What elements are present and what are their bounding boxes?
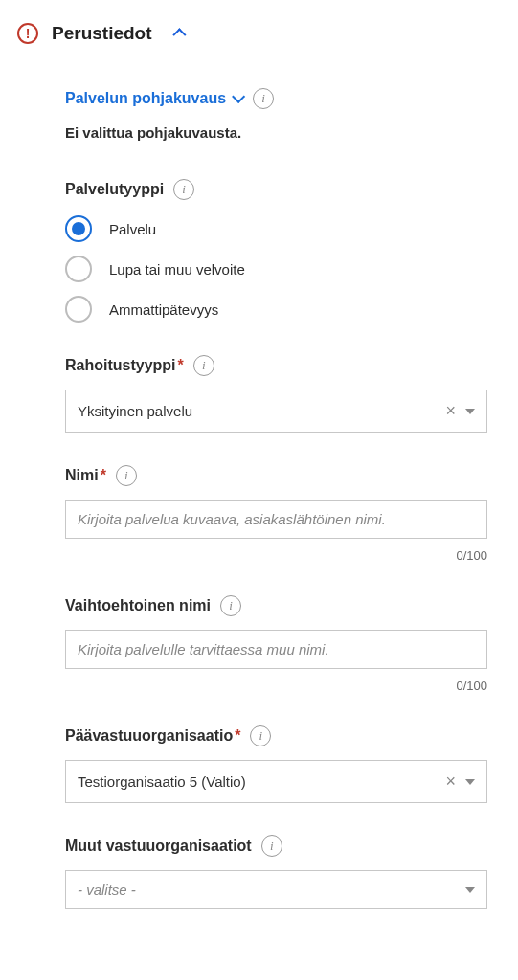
vaihtoehtoinen-group: Vaihtoehtoinen nimi i 0/100 bbox=[65, 595, 487, 693]
paavastuu-select[interactable]: Testiorganisaatio 5 (Valtio) × bbox=[65, 760, 487, 803]
clear-icon[interactable]: × bbox=[445, 401, 456, 421]
nimi-group: Nimi* i 0/100 bbox=[65, 465, 487, 563]
radio-icon bbox=[65, 215, 92, 242]
section-header[interactable]: ! Perustiedot bbox=[17, 23, 501, 44]
info-icon[interactable]: i bbox=[116, 465, 137, 486]
muut-label: Muut vastuuorganisaatiot bbox=[65, 837, 252, 855]
radio-label: Lupa tai muu velvoite bbox=[109, 261, 245, 278]
vaihtoehtoinen-charcount: 0/100 bbox=[65, 679, 487, 693]
radio-label: Ammattipätevyys bbox=[109, 301, 218, 318]
vaihtoehtoinen-label: Vaihtoehtoinen nimi bbox=[65, 597, 211, 614]
vaihtoehtoinen-input-wrap bbox=[65, 630, 487, 669]
paavastuu-group: Päävastuuorganisaatio* i Testiorganisaat… bbox=[65, 725, 487, 803]
select-value: Testiorganisaatio 5 (Valtio) bbox=[78, 773, 246, 790]
radio-lupa[interactable]: Lupa tai muu velvoite bbox=[65, 256, 487, 282]
palvelutyyppi-label: Palvelutyyppi bbox=[65, 181, 164, 198]
paavastuu-label: Päävastuuorganisaatio* bbox=[65, 727, 240, 745]
caret-down-icon bbox=[465, 887, 475, 893]
pohjakuvaus-status: Ei valittua pohjakuvausta. bbox=[65, 124, 487, 141]
chevron-down-icon bbox=[232, 90, 245, 103]
palvelutyyppi-group: Palvelutyyppi i Palvelu Lupa tai muu vel… bbox=[65, 179, 487, 323]
nimi-label: Nimi* bbox=[65, 467, 106, 484]
info-icon[interactable]: i bbox=[220, 595, 241, 616]
pohjakuvaus-link[interactable]: Palvelun pohjakuvaus bbox=[65, 90, 241, 107]
caret-down-icon bbox=[465, 409, 475, 414]
rahoitustyyppi-label: Rahoitustyyppi* bbox=[65, 357, 184, 374]
nimi-input[interactable] bbox=[78, 511, 475, 527]
radio-ammatti[interactable]: Ammattipätevyys bbox=[65, 296, 487, 323]
info-icon[interactable]: i bbox=[253, 88, 274, 109]
section-title: Perustiedot bbox=[52, 23, 152, 44]
caret-down-icon bbox=[465, 779, 475, 785]
nimi-charcount: 0/100 bbox=[65, 548, 487, 563]
info-icon[interactable]: i bbox=[250, 725, 271, 746]
pohjakuvaus-row: Palvelun pohjakuvaus i bbox=[65, 88, 487, 109]
select-value: Yksityinen palvelu bbox=[78, 403, 192, 419]
info-icon[interactable]: i bbox=[193, 355, 214, 376]
radio-icon bbox=[65, 256, 92, 282]
info-icon[interactable]: i bbox=[261, 835, 282, 857]
vaihtoehtoinen-input[interactable] bbox=[78, 641, 475, 657]
radio-label: Palvelu bbox=[109, 221, 156, 237]
radio-icon bbox=[65, 296, 92, 323]
nimi-input-wrap bbox=[65, 500, 487, 539]
chevron-up-icon bbox=[172, 28, 186, 41]
warning-icon: ! bbox=[17, 23, 38, 44]
info-icon[interactable]: i bbox=[173, 179, 194, 200]
muut-group: Muut vastuuorganisaatiot i - valitse - bbox=[65, 835, 487, 909]
radio-palvelu[interactable]: Palvelu bbox=[65, 215, 487, 242]
clear-icon[interactable]: × bbox=[445, 771, 456, 791]
pohjakuvaus-link-text: Palvelun pohjakuvaus bbox=[65, 90, 226, 107]
rahoitustyyppi-select[interactable]: Yksityinen palvelu × bbox=[65, 390, 487, 433]
rahoitustyyppi-group: Rahoitustyyppi* i Yksityinen palvelu × bbox=[65, 355, 487, 433]
select-placeholder: - valitse - bbox=[78, 881, 136, 898]
muut-select[interactable]: - valitse - bbox=[65, 870, 487, 909]
